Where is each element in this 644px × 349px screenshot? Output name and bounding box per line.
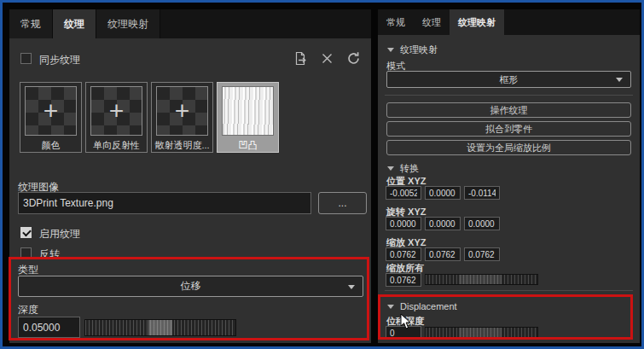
scale-z-input[interactable] <box>464 247 500 261</box>
type-dropdown[interactable]: 位移 <box>18 276 363 297</box>
sync-texture-label: 同步纹理 <box>39 53 80 67</box>
checkerboard-placeholder: + <box>25 86 77 136</box>
rotation-z-input[interactable] <box>464 217 500 230</box>
tab-texture[interactable]: 纹理 <box>53 9 96 38</box>
texture-slot-list: + 颜色 + 单向反射性 + 散射透明度... 凹凸 <box>20 82 279 153</box>
checkerboard-placeholder: + <box>90 86 142 136</box>
position-z-input[interactable] <box>464 186 500 200</box>
enable-texture-checkbox[interactable] <box>20 227 32 238</box>
appearance-editor-window: 常规 纹理 纹理映射 同步纹理 <box>0 0 644 349</box>
displacement-section-header[interactable]: Displacement <box>387 301 457 311</box>
section-title: Displacement <box>400 301 457 311</box>
scale-x-input[interactable] <box>386 247 421 261</box>
transform-section-header[interactable]: 转换 <box>387 162 419 175</box>
section-title: 纹理映射 <box>400 44 438 56</box>
texture-slot-label: 散射透明度... <box>154 139 209 152</box>
scale-y-input[interactable] <box>425 247 461 261</box>
texture-mapping-section-header[interactable]: 纹理映射 <box>387 44 438 56</box>
browse-texture-button[interactable]: ... <box>318 192 367 214</box>
rotation-x-input[interactable] <box>386 217 421 230</box>
refresh-texture-icon[interactable] <box>346 51 361 66</box>
mouse-cursor <box>400 313 412 334</box>
tab-texture-mapping[interactable]: 纹理映射 <box>96 9 160 38</box>
texture-slot-label: 颜色 <box>42 139 61 152</box>
texture-image-path-input[interactable] <box>18 192 311 214</box>
divider <box>385 290 633 291</box>
fit-to-part-button[interactable]: 拟合到零件 <box>386 121 631 137</box>
add-texture-icon: + <box>91 87 142 135</box>
texture-slot-label: 凹凸 <box>239 139 258 152</box>
depth-slider[interactable] <box>84 319 236 336</box>
delete-texture-icon[interactable] <box>321 52 334 65</box>
load-texture-icon[interactable] <box>293 51 308 66</box>
texture-slot-transparency[interactable]: + 散射透明度... <box>151 82 213 153</box>
section-title: 转换 <box>400 162 419 175</box>
texture-slot-specular[interactable]: + 单向反射性 <box>85 82 148 153</box>
type-dropdown-value: 位移 <box>181 279 201 294</box>
checkerboard-placeholder: + <box>156 86 208 136</box>
tab-general[interactable]: 常规 <box>9 9 53 38</box>
position-y-input[interactable] <box>425 186 461 200</box>
mode-dropdown[interactable]: 框形 <box>386 71 631 88</box>
displacement-depth-slider[interactable] <box>425 327 538 338</box>
sync-texture-checkbox[interactable] <box>20 53 32 64</box>
chevron-down-icon <box>616 78 623 82</box>
scale-all-slider[interactable] <box>425 274 538 285</box>
collapse-triangle-icon <box>387 305 394 309</box>
left-tabstrip: 常规 纹理 纹理映射 <box>9 9 371 38</box>
rotation-y-input[interactable] <box>425 217 461 230</box>
tab-texture[interactable]: 纹理 <box>414 9 450 35</box>
collapse-triangle-icon <box>387 48 394 52</box>
invert-label: 反转 <box>39 247 60 262</box>
tab-general[interactable]: 常规 <box>378 9 414 35</box>
texture-panel: 常规 纹理 纹理映射 同步纹理 <box>9 9 371 343</box>
bump-texture-preview <box>222 86 274 136</box>
set-global-scale-button[interactable]: 设置为全局缩放比例 <box>386 140 631 155</box>
scale-all-input[interactable] <box>386 273 421 287</box>
collapse-triangle-icon <box>387 166 394 171</box>
enable-texture-label: 启用纹理 <box>39 227 80 241</box>
texture-slot-color[interactable]: + 颜色 <box>20 82 82 153</box>
chevron-down-icon <box>348 285 355 289</box>
texture-slot-label: 单向反射性 <box>93 139 140 152</box>
depth-label: 深度 <box>18 303 38 317</box>
mode-dropdown-value: 框形 <box>500 73 519 86</box>
position-x-input[interactable] <box>386 186 421 200</box>
texture-slot-bump[interactable]: 凹凸 <box>217 82 279 153</box>
right-tabstrip: 常规 纹理 纹理映射 <box>378 9 640 35</box>
tab-texture-mapping[interactable]: 纹理映射 <box>450 9 504 35</box>
invert-checkbox[interactable] <box>20 247 32 259</box>
manipulate-texture-button[interactable]: 操作纹理 <box>386 102 631 118</box>
texture-mapping-panel: 常规 纹理 纹理映射 纹理映射 模式 框形 操作纹理 拟合到零件 设置为全局缩放… <box>378 9 640 343</box>
add-texture-icon: + <box>157 87 207 135</box>
divider <box>385 95 633 96</box>
depth-input[interactable] <box>18 317 80 338</box>
add-texture-icon: + <box>26 87 76 135</box>
